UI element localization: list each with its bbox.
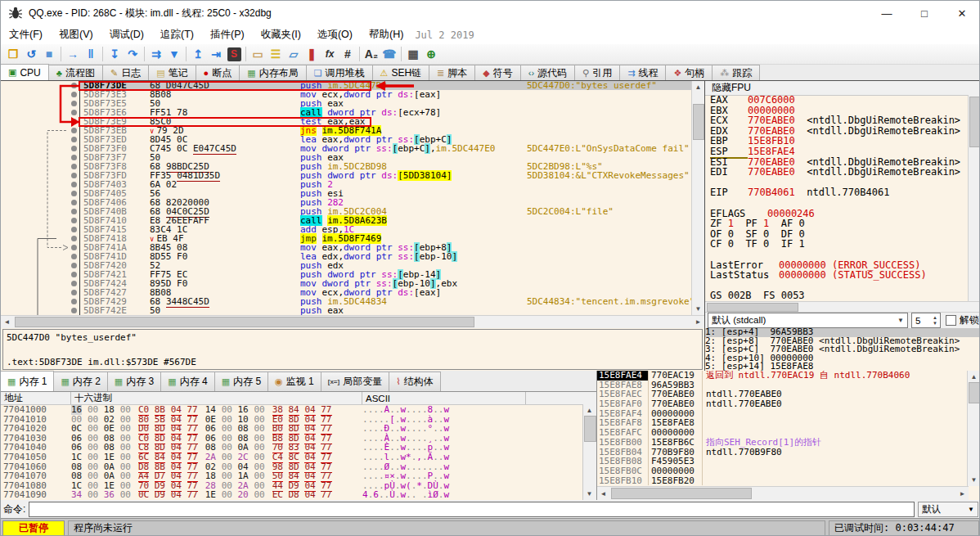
breakpoint-dot-icon[interactable] (71, 245, 77, 250)
breakpoint-gutter[interactable] (1, 297, 80, 306)
hash-icon[interactable]: # (339, 46, 357, 63)
breakpoint-gutter[interactable] (1, 162, 80, 171)
breakpoint-gutter[interactable] (1, 261, 80, 270)
tab-graph[interactable]: ♣流程图 (48, 65, 103, 80)
breakpoint-gutter[interactable] (1, 153, 80, 162)
breakpoint-dot-icon[interactable] (71, 236, 77, 241)
breakpoint-gutter[interactable] (1, 198, 80, 207)
memory-row[interactable]: 7704109034 00 36 000C D9 04 771E 00 20 0… (1, 490, 596, 500)
tab-threads[interactable]: ⇉线程 (619, 65, 666, 80)
breakpoint-dot-icon[interactable] (71, 263, 77, 268)
menu-item-1[interactable]: 视图(V) (51, 25, 101, 44)
comments-icon[interactable]: ☰ (267, 46, 285, 63)
stop-icon[interactable]: ■ (40, 46, 58, 63)
breakpoint-gutter[interactable] (1, 108, 80, 117)
memory-vertical-scrollbar[interactable]: ▲ ▼ (582, 404, 596, 500)
breakpoint-gutter[interactable] (1, 81, 80, 90)
breakpoint-dot-icon[interactable] (71, 227, 77, 232)
breakpoint-dot-icon[interactable] (71, 290, 77, 295)
register-row[interactable]: EDI770EABE0 <ntdll.DbgUiRemoteBreakin> (710, 167, 969, 178)
restart-icon[interactable]: ↺ (22, 46, 40, 63)
breakpoint-dot-icon[interactable] (71, 92, 77, 97)
tab-memory-map[interactable]: ▦内存布局 (239, 65, 306, 80)
tab-notes[interactable]: ▤笔记 (148, 65, 196, 80)
stack-row[interactable]: 15E8FB0015E8FB6C指向SEH_Record[1]的指针 (597, 438, 969, 448)
breakpoint-gutter[interactable] (1, 306, 80, 315)
scylla-icon[interactable]: S (225, 46, 243, 63)
step-out-icon[interactable]: ↥ (189, 46, 207, 63)
breakpoint-dot-icon[interactable] (71, 146, 77, 151)
stack-row[interactable]: 15E8FB0C00000000 (597, 466, 969, 476)
breakpoint-dot-icon[interactable] (71, 218, 77, 223)
breakpoint-gutter[interactable] (1, 117, 80, 126)
functions-icon[interactable]: fx (321, 46, 339, 63)
stack-row[interactable]: 15E8FB1015E8FB20 (597, 476, 969, 486)
memory-address[interactable]: 77041070 (1, 471, 71, 481)
run-to-return-icon[interactable]: ▼ (165, 46, 183, 63)
breakpoint-dot-icon[interactable] (71, 299, 77, 304)
stack-address[interactable]: 15E8FB00 (597, 438, 648, 448)
breakpoint-dot-icon[interactable] (71, 119, 77, 124)
breakpoint-gutter[interactable] (1, 126, 80, 135)
pause-icon[interactable]: ‖ (82, 46, 100, 63)
breakpoint-dot-icon[interactable] (71, 128, 77, 133)
tab-dump-4[interactable]: ▦内存 4 (160, 372, 214, 391)
tab-cpu[interactable]: ▣CPU (0, 64, 49, 80)
tab-call-stack[interactable]: ❏调用堆栈 (306, 65, 373, 80)
breakpoint-dot-icon[interactable] (71, 254, 77, 259)
memory-address[interactable]: 77041090 (1, 490, 71, 500)
run-to-user-code-icon[interactable]: ⇥ (207, 46, 225, 63)
labels-icon[interactable]: ▱ (285, 46, 303, 63)
menu-item-7[interactable]: 帮助(H) (361, 25, 411, 44)
tab-handles[interactable]: ❖句柄 (665, 65, 713, 80)
stack-vertical-scrollbar[interactable]: ▲ ▼ (967, 371, 980, 486)
breakpoint-gutter[interactable] (1, 243, 80, 252)
tab-watch-1[interactable]: ◉监视 1 (267, 372, 321, 391)
breakpoint-dot-icon[interactable] (71, 209, 77, 214)
breakpoint-gutter[interactable] (1, 180, 80, 189)
menu-item-6[interactable]: 选项(O) (309, 25, 361, 44)
tab-dump-5[interactable]: ▦内存 5 (214, 372, 268, 391)
breakpoint-gutter[interactable] (1, 90, 80, 99)
breakpoint-dot-icon[interactable] (71, 101, 77, 106)
open-file-icon[interactable]: ❐ (4, 46, 22, 63)
stack-address[interactable]: 15E8FB10 (597, 476, 648, 486)
flags-row[interactable]: CF 0 TF 0 IF 1 (710, 239, 969, 250)
breakpoint-dot-icon[interactable] (71, 110, 77, 115)
command-profile-select[interactable]: 默认 ▼ (918, 502, 978, 517)
tab-log[interactable]: ✎日志 (102, 65, 149, 80)
breakpoint-dot-icon[interactable] (71, 200, 77, 205)
breakpoint-dot-icon[interactable] (71, 182, 77, 187)
step-over-icon[interactable]: ↷ (124, 46, 142, 63)
breakpoint-gutter[interactable] (1, 135, 80, 144)
maximize-button[interactable]: □ (906, 1, 943, 25)
tab-dump-2[interactable]: ▦内存 2 (53, 372, 107, 391)
menu-item-0[interactable]: 文件(F) (1, 25, 51, 44)
breakpoint-dot-icon[interactable] (71, 164, 77, 169)
stack-row[interactable]: 15E8FAF0770EABE0ntdll.770EABE0 (597, 399, 969, 409)
strings-icon[interactable]: A₂ (362, 46, 380, 63)
tab-seh[interactable]: ⚠SEH链 (372, 65, 430, 80)
breakpoint-gutter[interactable] (1, 288, 80, 297)
memory-address[interactable]: 77041000 (1, 405, 71, 415)
menu-item-2[interactable]: 调试(D) (101, 25, 152, 44)
trace-into-icon[interactable]: ⇉ (147, 46, 165, 63)
breakpoint-gutter[interactable] (1, 99, 80, 108)
breakpoint-gutter[interactable] (1, 234, 80, 243)
breakpoint-gutter[interactable] (1, 189, 80, 198)
disasm-row[interactable]: 5D8F742E50push eax (1, 306, 692, 315)
tab-struct[interactable]: ⌇结构体 (389, 372, 440, 391)
calculator-icon[interactable]: ▦ (404, 46, 422, 63)
registers-horizontal-scrollbar[interactable] (705, 301, 980, 313)
breakpoint-dot-icon[interactable] (71, 83, 77, 88)
stack-row[interactable]: 15E8FAE4770EAC19返回到 ntdll.770EAC19 自 ntd… (597, 371, 969, 381)
breakpoint-gutter[interactable] (1, 279, 80, 288)
breakpoint-dot-icon[interactable] (71, 272, 77, 277)
menu-item-3[interactable]: 追踪(T) (152, 25, 202, 44)
tab-references[interactable]: ⚲引用 (574, 65, 620, 80)
stack-address[interactable]: 15E8FAF0 (597, 399, 648, 409)
breakpoint-dot-icon[interactable] (71, 191, 77, 196)
tab-script[interactable]: ≣脚本 (429, 65, 475, 80)
tab-breakpoints[interactable]: ●断点 (196, 65, 241, 80)
register-row[interactable]: EIP770B4061 ntdll.770B4061 (710, 187, 969, 198)
